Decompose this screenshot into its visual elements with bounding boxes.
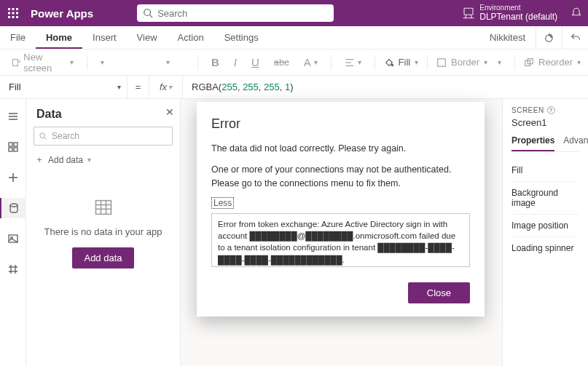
svg-rect-7 [12, 16, 15, 18]
screen-name[interactable]: Screen1 [511, 117, 579, 128]
new-screen-label: New screen [23, 52, 67, 73]
data-search[interactable]: Search [34, 127, 173, 146]
chevron-down-icon: ▾ [117, 83, 121, 91]
svg-rect-13 [13, 59, 18, 65]
tab-advanced[interactable]: Advanced [563, 135, 588, 151]
data-empty-state: There is no data in your app Add data [34, 197, 173, 268]
svg-line-10 [150, 15, 153, 18]
svg-rect-2 [16, 8, 18, 10]
svg-rect-28 [9, 148, 12, 151]
font-picker[interactable]: ▾ [96, 57, 156, 68]
properties-panel: SCREEN ? Screen1 Properties Advanced Fil… [502, 99, 588, 366]
tab-file[interactable]: File [0, 26, 36, 49]
property-name: Fill [9, 81, 21, 92]
svg-rect-0 [8, 8, 10, 10]
prop-image-position[interactable]: Image position [511, 215, 579, 237]
table-icon [34, 197, 173, 218]
strikethrough-button[interactable]: abc [270, 55, 294, 69]
svg-rect-3 [8, 12, 10, 15]
data-pane-icon[interactable] [0, 198, 26, 218]
tab-settings[interactable]: Settings [214, 26, 269, 49]
svg-point-9 [144, 9, 151, 16]
ribbon: New screen ▾ ▾ ▾ B I U abc A▾ ▾ Fill ▾ B… [0, 49, 588, 76]
equals-sign: = [128, 76, 149, 98]
svg-rect-8 [16, 16, 18, 18]
bold-button[interactable]: B [207, 55, 224, 70]
plus-icon: ＋ [35, 154, 44, 166]
notifications-icon[interactable] [565, 0, 588, 26]
svg-point-12 [545, 35, 552, 41]
data-panel: ✕ Data Search ＋ Add data ▾ There is no d… [26, 99, 181, 366]
undo-icon[interactable] [562, 26, 588, 49]
tree-view-icon[interactable] [0, 106, 26, 127]
svg-line-37 [44, 138, 46, 139]
chevron-down-icon: ▾ [87, 156, 91, 164]
fill-button[interactable]: Fill ▾ [384, 57, 419, 68]
new-screen-button[interactable]: New screen ▾ [7, 50, 78, 75]
chevron-down-icon: ▾ [168, 83, 172, 91]
app-name: Power Apps [31, 7, 93, 20]
border-button[interactable]: Border ▾ [436, 57, 487, 68]
media-pane-icon[interactable] [0, 228, 26, 249]
menu-bar: File Home Insert View Action Settings Ni… [0, 26, 588, 49]
font-color-button[interactable]: A▾ [299, 55, 322, 70]
environment-label: Environment [479, 4, 557, 12]
prop-background-image[interactable]: Background image [511, 182, 579, 215]
data-search-placeholder: Search [52, 131, 79, 141]
tab-action[interactable]: Action [168, 26, 214, 49]
svg-rect-11 [464, 8, 473, 15]
align-button[interactable]: ▾ [340, 56, 366, 69]
title-bar: Power Apps Environment DLPTenant (defaul… [0, 0, 588, 26]
border-style-button[interactable]: ▾ [493, 57, 506, 68]
svg-rect-35 [11, 267, 15, 271]
svg-point-32 [10, 204, 17, 207]
reorder-button[interactable]: Reorder ▾ [524, 57, 581, 68]
data-panel-title: Data [36, 108, 173, 121]
add-icon[interactable] [0, 167, 26, 188]
fx-button[interactable]: fx ▾ [149, 76, 183, 98]
global-search-input[interactable] [157, 8, 328, 19]
tab-home[interactable]: Home [36, 26, 82, 49]
tab-properties[interactable]: Properties [511, 135, 554, 151]
empty-text: There is no data in your app [34, 226, 173, 237]
formula-bar: Fill ▾ = fx ▾ RGBA(255, 255, 255, 1) [0, 76, 588, 99]
underline-button[interactable]: U [247, 55, 264, 70]
info-icon[interactable]: ? [547, 106, 555, 114]
add-data-label: Add data [48, 155, 83, 165]
svg-rect-26 [9, 143, 12, 146]
environment-picker[interactable]: Environment DLPTenant (default) [455, 4, 565, 22]
left-rail [0, 99, 26, 366]
prop-loading-spinner[interactable]: Loading spinner [511, 237, 579, 259]
italic-button[interactable]: I [230, 55, 241, 70]
app-checker-icon[interactable] [536, 26, 562, 49]
tab-insert[interactable]: Insert [82, 26, 127, 49]
svg-rect-27 [14, 143, 17, 146]
canvas[interactable] [181, 99, 502, 366]
svg-rect-5 [16, 12, 18, 15]
close-icon[interactable]: ✕ [165, 106, 174, 118]
svg-rect-1 [12, 8, 15, 10]
svg-rect-29 [14, 148, 17, 151]
insert-pane-icon[interactable] [0, 137, 26, 157]
svg-rect-38 [95, 201, 111, 215]
global-search[interactable] [137, 4, 334, 22]
tools-icon[interactable] [0, 259, 26, 279]
border-label: Border [451, 57, 479, 68]
fill-label: Fill [399, 57, 411, 68]
chevron-down-icon: ▾ [70, 58, 74, 66]
fx-label: fx [160, 81, 167, 92]
svg-rect-4 [12, 12, 15, 15]
formula-input[interactable]: RGBA(255, 255, 255, 1) [183, 81, 294, 92]
user-name[interactable]: Nikkitest [479, 26, 536, 49]
tab-view[interactable]: View [127, 26, 168, 49]
add-data-link[interactable]: ＋ Add data ▾ [34, 151, 173, 168]
environment-name: DLPTenant (default) [479, 12, 557, 22]
svg-point-19 [391, 63, 393, 66]
prop-fill[interactable]: Fill [511, 159, 579, 182]
svg-rect-20 [438, 58, 446, 66]
screen-section-label: SCREEN ? [511, 106, 579, 114]
add-data-button[interactable]: Add data [72, 247, 133, 268]
app-launcher-icon[interactable] [0, 0, 26, 26]
property-selector[interactable]: Fill ▾ [0, 76, 128, 98]
font-size-picker[interactable]: ▾ [162, 57, 189, 68]
